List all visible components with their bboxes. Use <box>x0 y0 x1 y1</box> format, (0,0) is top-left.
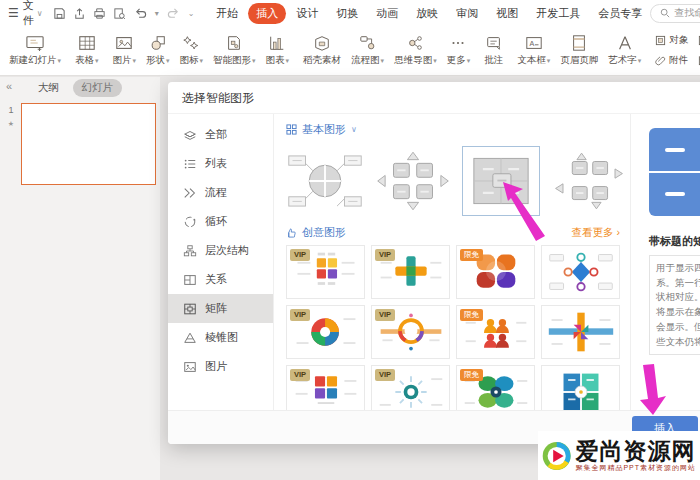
undo-dropdown-icon[interactable]: ▾ <box>155 9 159 18</box>
grid-icon <box>286 124 297 135</box>
creative-cards-grid: VIP VIP <box>286 245 620 419</box>
tab-transition[interactable]: 切换 <box>328 3 366 24</box>
table-icon <box>78 34 96 52</box>
header-footer-button[interactable]: 页眉页脚 <box>555 34 603 67</box>
menu-bar: ☰ 文件 ∨ ▾ ⌄ 开始 插入 设计 切换 动画 放映 审阅 视图 开发工具 … <box>0 0 700 26</box>
collapse-panel-icon[interactable]: « <box>6 80 12 92</box>
chevron-down-icon: ∨ <box>351 125 357 134</box>
ribbon-toolbar: 新建幻灯片 表格 图片 形状 图标 智能图形 图表 <box>0 26 700 76</box>
search-placeholder: 查找命令、搜索模板 <box>674 6 700 20</box>
tab-slides[interactable]: 幻灯片 <box>73 79 123 97</box>
list-icon <box>183 157 197 171</box>
dialog-title: 选择智能图形 <box>168 82 700 114</box>
redo-icon[interactable] <box>166 7 181 20</box>
icon-library-icon <box>182 34 200 52</box>
creative-section-header: 创意图形 查看更多 <box>286 225 620 240</box>
shapes-icon <box>149 34 167 52</box>
basic-shape-circle-matrix[interactable] <box>286 146 364 216</box>
basic-shapes-row <box>286 139 620 223</box>
more-icon <box>449 34 467 52</box>
chart-button[interactable]: 图表 <box>261 34 295 67</box>
insert-object-group: 对象 # 幻灯片编号 附件 日期和时间 <box>650 31 700 71</box>
free-badge: 限免 <box>460 369 483 381</box>
flowchart-button[interactable]: 流程图 <box>346 34 389 67</box>
attachment-button[interactable]: 附件 <box>655 54 688 67</box>
annotation-arrow-shape <box>499 179 551 243</box>
vip-badge: VIP <box>375 249 395 261</box>
mindmap-button[interactable]: 思维导图 <box>389 34 442 67</box>
category-process[interactable]: 流程 <box>168 178 273 207</box>
comment-icon <box>485 34 503 52</box>
creative-card[interactable]: VIP <box>286 305 365 359</box>
header-footer-icon <box>570 34 588 52</box>
tab-developer[interactable]: 开发工具 <box>528 3 588 24</box>
basic-section-label: 基本图形 <box>302 122 346 137</box>
new-slide-icon <box>25 34 45 52</box>
cycle-icon <box>183 215 197 229</box>
customize-toolbar-icon[interactable]: ⌄ <box>188 9 195 18</box>
category-cycle[interactable]: 循环 <box>168 207 273 236</box>
slide-list-item[interactable]: 1 ★ <box>0 103 160 185</box>
tab-outline[interactable]: 大纲 <box>38 81 59 95</box>
category-hierarchy[interactable]: 层次结构 <box>168 236 273 265</box>
watermark-tagline: 聚集全网精品PPT素材资源的网站 <box>575 463 696 473</box>
relationship-icon <box>183 273 197 287</box>
wordart-button[interactable]: 艺术字 <box>603 34 646 67</box>
tab-insert[interactable]: 插入 <box>248 3 286 24</box>
textbox-button[interactable]: A 文本框 <box>512 34 555 67</box>
tab-design[interactable]: 设计 <box>288 3 326 24</box>
save-icon[interactable] <box>53 7 66 20</box>
category-matrix[interactable]: 矩阵 <box>168 294 273 323</box>
basic-section-header[interactable]: 基本图形 ∨ <box>286 122 620 137</box>
hierarchy-icon <box>183 244 197 258</box>
search-icon <box>660 8 670 18</box>
tab-view[interactable]: 视图 <box>488 3 526 24</box>
creative-card[interactable]: VIP <box>286 245 365 299</box>
picture-button[interactable]: 图片 <box>108 34 142 67</box>
export-icon[interactable] <box>73 7 86 20</box>
tab-animation[interactable]: 动画 <box>368 3 406 24</box>
icons-button[interactable]: 图标 <box>175 34 209 67</box>
watermark-title: 爱尚资源网 <box>575 438 696 463</box>
new-slide-button[interactable]: 新建幻灯片 <box>4 34 66 67</box>
category-pyramid[interactable]: 棱锥图 <box>168 323 273 352</box>
see-more-link[interactable]: 查看更多 <box>572 226 620 240</box>
slide-number: 1 <box>8 105 13 115</box>
tab-home[interactable]: 开始 <box>208 3 246 24</box>
print-icon[interactable] <box>93 7 106 20</box>
picture-icon <box>115 34 133 52</box>
more-button[interactable]: 更多 <box>442 34 476 67</box>
basic-shape-grid-matrix-2[interactable] <box>550 146 628 216</box>
picture-icon <box>183 360 197 374</box>
all-icon <box>183 128 197 142</box>
creative-card[interactable] <box>541 245 620 299</box>
comment-button[interactable]: 批注 <box>479 34 508 67</box>
tab-membership[interactable]: 会员专享 <box>590 3 650 24</box>
undo-icon[interactable] <box>133 7 148 20</box>
print-preview-icon[interactable] <box>113 7 126 20</box>
docer-material-button[interactable]: 稻壳素材 <box>298 34 346 67</box>
tab-review[interactable]: 审阅 <box>448 3 486 24</box>
category-picture[interactable]: 图片 <box>168 352 273 381</box>
attachment-icon <box>655 55 666 66</box>
category-relationship[interactable]: 关系 <box>168 265 273 294</box>
creative-card[interactable] <box>541 305 620 359</box>
category-list-type[interactable]: 列表 <box>168 149 273 178</box>
category-all[interactable]: 全部 <box>168 120 273 149</box>
vip-badge: VIP <box>290 309 310 321</box>
basic-shape-grid-matrix[interactable] <box>374 146 452 216</box>
table-button[interactable]: 表格 <box>70 34 104 67</box>
file-menu[interactable]: 文件 ∨ <box>23 0 43 28</box>
free-badge: 限免 <box>460 309 483 321</box>
object-button[interactable]: 对象 <box>655 34 688 47</box>
smart-graphics-button[interactable]: 智能图形 <box>208 34 261 67</box>
hamburger-icon[interactable]: ☰ <box>8 6 19 20</box>
creative-card[interactable]: VIP <box>371 305 450 359</box>
creative-card[interactable]: 限免 <box>456 245 535 299</box>
search-input[interactable]: 查找命令、搜索模板 <box>650 4 700 23</box>
shapes-button[interactable]: 形状 <box>141 34 175 67</box>
creative-card[interactable]: VIP <box>371 245 450 299</box>
tab-slideshow[interactable]: 放映 <box>408 3 446 24</box>
creative-card[interactable]: 限免 <box>456 305 535 359</box>
slide-thumbnail[interactable] <box>21 103 156 185</box>
